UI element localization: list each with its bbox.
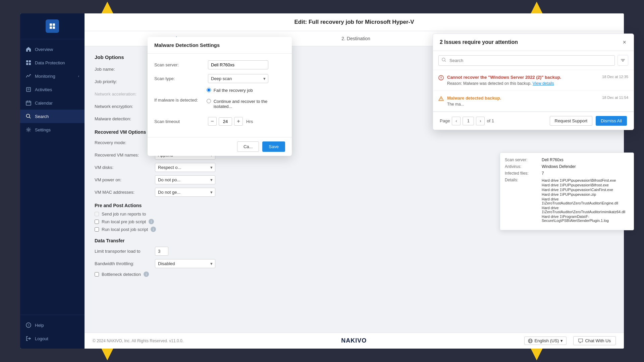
issues-modal: 2 Issues require your attention × Cannot… xyxy=(433,34,634,130)
svg-rect-9 xyxy=(29,60,31,62)
scan-timeout-row: Scan timeout − + Hrs xyxy=(154,117,285,126)
calendar-icon xyxy=(25,100,32,106)
svg-rect-6 xyxy=(50,26,52,29)
sidebar-item-monitoring[interactable]: Monitoring ‹ xyxy=(20,69,85,83)
svg-point-21 xyxy=(28,129,30,131)
main-footer: © 2024 NAKIVO, Inc. All Rights Reserved.… xyxy=(85,333,624,349)
sidebar-item-activities[interactable]: Activities xyxy=(20,83,85,96)
issue1-reason: Reason: Malware was detected on this bac… xyxy=(447,81,628,86)
if-malware-detected-row: If malware is detected: Fail the recover… xyxy=(154,88,285,112)
malware-options: Fail the recovery job Continue and recov… xyxy=(207,88,285,112)
filter-icon[interactable] xyxy=(618,55,628,66)
view-details-link[interactable]: View details xyxy=(533,81,554,86)
malware-modal-save-button[interactable]: Save xyxy=(262,141,285,152)
chat-with-us-button[interactable]: Chat With Us xyxy=(573,336,616,345)
sidebar-item-logout[interactable]: Logout xyxy=(20,332,85,345)
page-next-button[interactable]: › xyxy=(476,117,485,125)
network-acceleration-label: Network acceleration: xyxy=(95,92,152,97)
issues-search-wrap xyxy=(438,55,615,66)
scan-type-select[interactable]: Deep scan xyxy=(208,74,268,83)
job-name-label: Job name: xyxy=(95,67,152,72)
step-destination[interactable]: 2. Destination xyxy=(341,36,370,41)
malware-modal-cancel-button[interactable]: Ca... xyxy=(237,141,259,152)
limit-transporter-input[interactable] xyxy=(155,247,168,256)
detail-file-3: Hard drive 1\PUP\pupevasion\CainFirst.ex… xyxy=(542,188,629,192)
recovered-vm-names-label: Recovered VM names: xyxy=(95,153,152,158)
language-selector[interactable]: English (US) ▾ xyxy=(524,337,567,345)
sidebar-item-label: Activities xyxy=(35,87,52,92)
sidebar-item-help[interactable]: ? Help xyxy=(20,318,85,332)
issues-actions: Request Support Dismiss All xyxy=(550,116,627,126)
current-page-display: 1 xyxy=(463,117,474,125)
limit-transporter-row: Limit transporter load to xyxy=(95,247,614,256)
post-script-info-icon[interactable]: i xyxy=(151,227,156,232)
detail-scan-server-value: Dell R760xs xyxy=(542,158,564,162)
run-post-script-label: Run local post job script xyxy=(102,227,148,232)
fail-recovery-radio[interactable] xyxy=(207,88,211,92)
continue-recover-label: Continue and recover to the isolated... xyxy=(214,99,285,109)
dismiss-all-button[interactable]: Dismiss All xyxy=(596,116,627,126)
svg-point-19 xyxy=(26,114,30,118)
detail-file-4: Hard drive 1\PUP\pupevasion.zip xyxy=(542,192,629,196)
malware-detection-label: Malware detection: xyxy=(95,116,152,121)
issue2-time: 18 Dec at 11:54 xyxy=(602,96,628,100)
sidebar-item-settings[interactable]: Settings xyxy=(20,123,85,136)
detail-file-1: Hard drive 1\PUP\pupevasion\BifrostFirst… xyxy=(542,178,629,182)
sidebar-item-search[interactable]: Search xyxy=(20,110,85,123)
network-encryption-label: Network encryption: xyxy=(95,104,152,109)
svg-rect-10 xyxy=(26,63,28,65)
monitoring-icon xyxy=(25,73,32,79)
sidebar-item-data-protection[interactable]: Data Protection xyxy=(20,56,85,69)
bandwidth-throttling-select[interactable]: Disabled xyxy=(155,259,215,268)
pre-script-info-icon[interactable]: i xyxy=(149,219,154,224)
detail-file-7: Hard drive 1\ProgramData\F-Secure\Log\PS… xyxy=(542,215,629,223)
home-icon xyxy=(25,46,32,52)
page-prev-button[interactable]: ‹ xyxy=(452,117,461,125)
svg-point-34 xyxy=(441,79,441,79)
detail-files-list: Hard drive 1\PUP\pupevasion\BifrostFirst… xyxy=(542,178,629,223)
bottleneck-row: Bottleneck detection i xyxy=(95,272,614,277)
malware-modal-header: Malware Detection Settings xyxy=(148,37,292,54)
bottleneck-label: Bottleneck detection xyxy=(102,272,141,277)
vm-mac-addresses-select[interactable]: Do not ge... xyxy=(155,188,215,197)
continue-recover-radio[interactable] xyxy=(207,99,211,103)
scan-type-label: Scan type: xyxy=(154,76,208,81)
timeout-value-input[interactable] xyxy=(219,117,232,126)
timeout-increment-button[interactable]: + xyxy=(234,117,243,126)
issue2-reason: The ma... xyxy=(447,102,628,107)
sidebar-item-overview[interactable]: Overview xyxy=(20,43,85,56)
svg-line-20 xyxy=(30,117,31,119)
bottleneck-checkbox[interactable] xyxy=(95,272,99,277)
fail-recovery-label: Fail the recovery job xyxy=(214,88,253,93)
sidebar-item-calendar[interactable]: Calendar xyxy=(20,96,85,110)
detail-antivirus-value: Windows Defender xyxy=(542,164,576,169)
issues-search-input[interactable] xyxy=(438,55,615,66)
language-label: English (US) xyxy=(534,338,559,343)
vm-power-on-select[interactable]: Do not po... xyxy=(155,175,215,184)
main-header: Edit: Full recovery job for Microsoft Hy… xyxy=(85,13,624,31)
svg-rect-4 xyxy=(50,23,52,26)
svg-text:?: ? xyxy=(28,324,29,327)
sidebar-item-label: Data Protection xyxy=(35,60,65,65)
nakivo-logo: NAKIVO xyxy=(341,337,367,344)
run-post-script-checkbox[interactable] xyxy=(95,227,99,232)
timeout-decrement-button[interactable]: − xyxy=(208,117,217,126)
scan-server-row: Scan server: xyxy=(154,60,285,69)
timeout-unit: Hrs xyxy=(246,119,253,124)
sidebar-item-label: Overview xyxy=(35,47,53,52)
send-reports-label: Send job run reports to xyxy=(102,212,146,217)
issue-item-2: Malware detected backup. 18 Dec at 11:54… xyxy=(433,91,634,112)
help-icon: ? xyxy=(25,322,32,328)
svg-rect-7 xyxy=(53,26,55,29)
scan-server-input[interactable] xyxy=(208,60,268,69)
bottleneck-info-icon[interactable]: i xyxy=(144,272,149,277)
issues-modal-close-button[interactable]: × xyxy=(622,39,627,45)
request-support-button[interactable]: Request Support xyxy=(550,116,593,126)
detail-file-6: Hard drive 1\ZeroTrustAuditor\ZeroTrustA… xyxy=(542,206,629,214)
run-pre-script-checkbox[interactable] xyxy=(95,220,99,224)
continue-recover-option: Continue and recover to the isolated... xyxy=(207,99,285,109)
sidebar-item-label: Logout xyxy=(35,336,48,341)
vm-disks-select[interactable]: Respect o... xyxy=(155,163,215,172)
malware-modal-body: Scan server: Scan type: Deep scan If mal… xyxy=(148,54,292,137)
send-reports-checkbox[interactable] xyxy=(95,212,99,216)
